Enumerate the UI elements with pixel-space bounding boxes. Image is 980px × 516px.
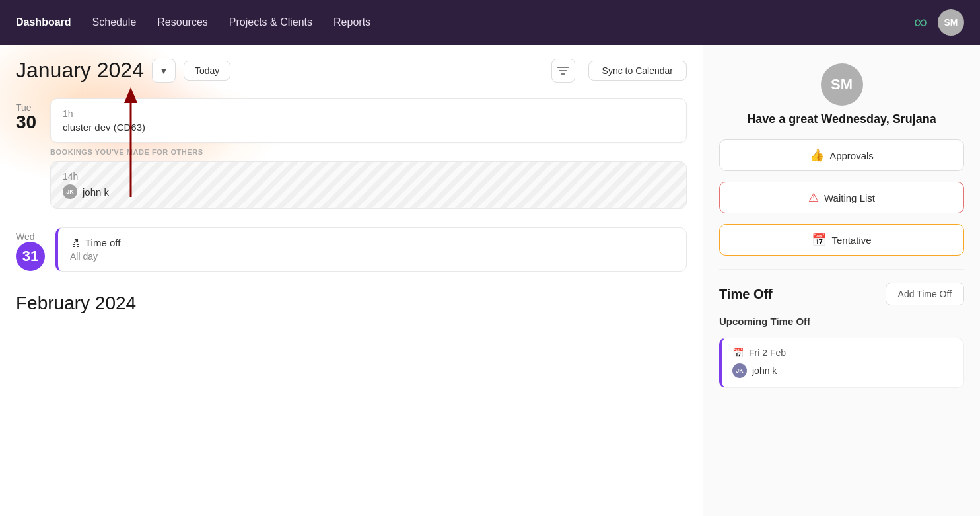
tentative-label: Tentative	[831, 235, 871, 246]
main-layout: January 2024 ▼ Today Sync to Calendar	[0, 45, 980, 516]
timeoff-card[interactable]: 🏖 Time off All day	[55, 227, 687, 272]
user-section: SM Have a great Wednesday, Srujana	[719, 63, 964, 126]
alert-circle-icon: ⚠	[808, 190, 819, 205]
calendar-panel: January 2024 ▼ Today Sync to Calendar	[0, 45, 703, 516]
day-name: Tue 30	[16, 98, 40, 131]
booking-hours: 1h	[63, 108, 674, 119]
filter-button[interactable]	[551, 59, 575, 83]
nav-links: Dashboard Schedule Resources Projects & …	[16, 14, 914, 31]
nav-projects-clients[interactable]: Projects & Clients	[229, 14, 312, 31]
booking-project: cluster dev (CD63)	[63, 122, 674, 133]
month-dropdown-btn[interactable]: ▼	[152, 59, 176, 83]
upcoming-person-name: john k	[752, 365, 777, 376]
john-name: john k	[83, 186, 109, 198]
divider	[719, 269, 964, 270]
upcoming-time-off-card[interactable]: 📅 Fri 2 Feb JK john k	[719, 338, 964, 388]
month-title: January 2024	[16, 58, 144, 83]
nav-dashboard[interactable]: Dashboard	[16, 14, 71, 31]
infinity-icon[interactable]: ∞	[914, 12, 927, 33]
february-year: 2024	[95, 293, 136, 313]
day-cards-wed-31: 🏖 Time off All day	[55, 227, 687, 277]
upcoming-time-off-title: Upcoming Time Off	[719, 316, 964, 327]
tentative-button[interactable]: 📅 Tentative	[719, 224, 964, 256]
other-booking-hours: 14h	[63, 171, 674, 182]
other-booking-card-john[interactable]: 14h JK john k	[50, 161, 687, 209]
other-booking-person-row: JK john k	[63, 184, 674, 199]
user-avatar[interactable]: SM	[938, 9, 964, 36]
nav-resources[interactable]: Resources	[157, 14, 207, 31]
upcoming-person-avatar: JK	[732, 363, 747, 378]
timeoff-icon: 🏖	[70, 237, 80, 248]
approvals-button[interactable]: 👍 Approvals	[719, 139, 964, 171]
calendar-icon: 📅	[732, 348, 744, 358]
february-month-name: February	[16, 293, 90, 313]
today-button[interactable]: Today	[184, 61, 230, 81]
day-label-wed-31: Wed 31 🏖 Time off All day	[16, 227, 687, 277]
bookings-for-others-label: BOOKINGS YOU'VE MADE FOR OTHERS	[50, 148, 687, 156]
timeoff-row: 🏖 Time off	[70, 237, 674, 248]
booking-card-cluster[interactable]: 1h cluster dev (CD63)	[50, 98, 687, 143]
approvals-label: Approvals	[829, 150, 874, 161]
time-off-title: Time Off	[719, 287, 773, 302]
day-info-wed: Wed 31	[16, 227, 45, 271]
waiting-list-label: Waiting List	[824, 192, 875, 203]
add-time-off-button[interactable]: Add Time Off	[886, 283, 964, 305]
thumbs-up-icon: 👍	[810, 148, 824, 163]
nav-reports[interactable]: Reports	[333, 14, 370, 31]
day-label-tue-30: Tue 30 1h cluster dev (CD63) BOOKINGS YO…	[16, 98, 687, 214]
right-sidebar: SM Have a great Wednesday, Srujana 👍 App…	[703, 45, 980, 516]
upcoming-date: Fri 2 Feb	[749, 348, 786, 358]
day-section-wed-31: Wed 31 🏖 Time off All day	[16, 227, 687, 277]
waiting-list-button[interactable]: ⚠ Waiting List	[719, 182, 964, 213]
filter-icon	[557, 66, 569, 75]
timeoff-label: Time off	[85, 237, 120, 248]
nav-icons: ∞ SM	[914, 9, 964, 36]
month-header: January 2024 ▼ Today Sync to Calendar	[16, 58, 687, 83]
left-content: January 2024 ▼ Today Sync to Calendar	[0, 45, 703, 330]
day-cards-tue-30: 1h cluster dev (CD63) BOOKINGS YOU'VE MA…	[50, 98, 687, 214]
greeting-text: Have a great Wednesday, Srujana	[747, 112, 936, 126]
question-calendar-icon: 📅	[812, 233, 826, 247]
timeoff-subtext: All day	[70, 251, 674, 262]
sync-calendar-button[interactable]: Sync to Calendar	[588, 61, 687, 81]
year-label: 2024	[97, 58, 144, 82]
time-off-header: Time Off Add Time Off	[719, 283, 964, 305]
top-navigation: Dashboard Schedule Resources Projects & …	[0, 0, 980, 45]
nav-schedule[interactable]: Schedule	[92, 14, 137, 31]
upcoming-date-row: 📅 Fri 2 Feb	[732, 348, 953, 358]
user-avatar-large: SM	[821, 63, 863, 106]
john-avatar: JK	[63, 184, 77, 199]
day-section-tue-30: Tue 30 1h cluster dev (CD63) BOOKINGS YO…	[16, 98, 687, 214]
upcoming-person-row: JK john k	[732, 363, 953, 378]
month-name: January	[16, 58, 91, 82]
february-section-title: February 2024	[16, 293, 687, 314]
